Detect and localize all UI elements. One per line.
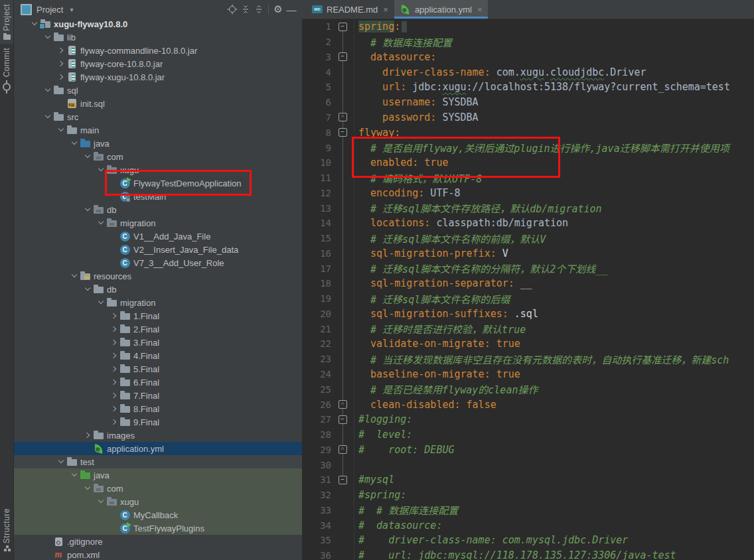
tree-item-9-final[interactable]: 9.Final [14,415,302,429]
tree-item-flyway-commandline-10-8-0-jar[interactable]: flyway-commandline-10.8.0.jar [14,44,302,57]
chevron-collapsed-icon[interactable] [109,337,119,348]
fold-end-icon[interactable]: ˄ [339,400,347,409]
chevron-expanded-icon[interactable] [82,483,93,494]
sidebar-item-project[interactable]: Project [0,0,13,44]
chevron-expanded-icon[interactable] [69,138,80,149]
sidebar-item-commit[interactable]: Commit [0,44,13,98]
tree-item-lib[interactable]: lib [14,31,302,44]
chevron-expanded-icon[interactable] [69,470,80,480]
editor-line[interactable]: 26˄ clean-disabled: false [302,397,754,412]
tab-application-yml[interactable]: application.yml× [394,0,489,19]
tree-item-com[interactable]: com [14,150,302,163]
chevron-collapsed-icon[interactable] [109,390,119,401]
tree-item-6-final[interactable]: 6.Final [14,376,302,389]
chevron-expanded-icon[interactable] [96,297,106,308]
editor-line[interactable]: 33# # 数据库连接配置 [302,503,754,518]
editor-line[interactable]: 31−#mysql [302,472,754,488]
chevron-expanded-icon[interactable] [82,284,93,295]
hide-panel-icon[interactable]: — [285,3,298,16]
editor-line[interactable]: 21 # 迁移时是否进行校验，默认true [302,321,754,336]
chevron-collapsed-icon[interactable] [109,417,119,427]
editor-line[interactable]: 17 # 迁移sql脚本文件名称的分隔符，默认2个下划线__ [302,261,754,276]
tree-item-testmain[interactable]: testMain [14,190,302,203]
tree-item-db[interactable]: db [14,203,302,216]
settings-gear-icon[interactable]: ⚙ [271,3,285,16]
editor-code-area[interactable]: 1−spring:2 # 数据库连接配置3− datasource:4 driv… [302,19,754,560]
chevron-collapsed-icon[interactable] [109,324,119,334]
tree-item--gitignore[interactable]: .gitignore [14,535,302,548]
editor-line[interactable]: 14 locations: classpath:db/migration [302,216,754,231]
chevron-collapsed-icon[interactable] [109,364,119,374]
chevron-expanded-icon[interactable] [96,218,106,228]
tree-item-application-yml[interactable]: application.yml [14,442,302,455]
tree-item-init-sql[interactable]: init.sql [14,97,302,110]
fold-collapse-icon[interactable]: − [339,476,347,484]
chevron-expanded-icon[interactable] [42,111,53,122]
editor-line[interactable]: 35# driver-class-name: com.mysql.jdbc.Dr… [302,533,754,548]
chevron-collapsed-icon[interactable] [109,377,119,387]
editor-line[interactable]: 10 enabled: true [302,155,754,171]
tree-item-src[interactable]: src [14,110,302,123]
sidebar-item-structure[interactable]: Structure [0,504,13,557]
tree-item-5-final[interactable]: 5.Final [14,362,302,376]
editor-line[interactable]: 6 username: SYSDBA [302,95,754,110]
tree-item-2-final[interactable]: 2.Final [14,322,302,336]
chevron-collapsed-icon[interactable] [56,45,66,56]
chevron-expanded-icon[interactable] [96,165,106,175]
tree-item-mycallback[interactable]: MyCallback [14,508,302,522]
tree-item-migration[interactable]: migration [14,216,302,230]
fold-collapse-icon[interactable]: − [339,128,347,137]
tree-item-xugu[interactable]: xugu [14,495,302,508]
tree-item-java[interactable]: java [14,468,302,482]
editor-line[interactable]: 32#spring: [302,488,754,503]
editor-line[interactable]: 23 # 当迁移发现数据库非空且存在没有元数据的表时，自动执行基准迁移，新建sc… [302,352,754,367]
tree-item-xugu[interactable]: xugu [14,163,302,176]
tree-item-flyway-xugu-10-8-0-jar[interactable]: flyway-xugu-10.8.0.jar [14,70,302,84]
tab-close-icon[interactable]: × [477,5,483,15]
editor-line[interactable]: 20 sql-migration-suffixes: .sql [302,307,754,322]
tab-readme-md[interactable]: README.md× [306,0,394,19]
editor-line[interactable]: 19 # 迁移sql脚本文件名称的后缀 [302,291,754,307]
expand-all-icon[interactable] [239,3,252,16]
tree-item-v1-add-java-file[interactable]: V1__Add_Java_File [14,230,302,243]
editor-line[interactable]: 12 encoding: UTF-8 [302,185,754,200]
editor-line[interactable]: 8−flyway: [302,125,754,140]
editor-line[interactable]: 22 validate-on-migrate: true [302,336,754,352]
locate-icon[interactable] [226,3,239,16]
fold-collapse-icon[interactable]: − [339,23,347,31]
chevron-expanded-icon[interactable] [42,32,53,42]
tree-item-8-final[interactable]: 8.Final [14,402,302,415]
tree-item-testflywayplugins[interactable]: TestFlywayPlugins [14,522,302,535]
tree-item-xugu-flyway10-8-0[interactable]: xugu-flyway10.8.0 [14,17,302,31]
fold-end-icon[interactable]: ˄ [339,113,347,121]
tree-item-java[interactable]: java [14,137,302,150]
tree-item-migration[interactable]: migration [14,296,302,309]
chevron-collapsed-icon[interactable] [56,72,66,82]
tree-item-1-final[interactable]: 1.Final [14,309,302,322]
chevron-expanded-icon[interactable] [82,204,93,215]
editor-line[interactable]: 30 [302,457,754,472]
fold-end-icon[interactable]: ˄ [339,445,347,454]
tree-item-flywaytestdemoapplication[interactable]: FlywayTestDemoApplication [14,176,302,190]
editor-line[interactable]: 29˄# root: DEBUG [302,442,754,457]
chevron-expanded-icon[interactable] [56,456,66,467]
editor-line[interactable]: 18 sql-migration-separator: __ [302,276,754,291]
editor-line[interactable]: 5 url: jdbc:xugu://localhost:5138/flyway… [302,80,754,95]
editor-line[interactable]: 16 sql-migration-prefix: V [302,245,754,261]
tree-item-resources[interactable]: resources [14,269,302,283]
tree-item-7-final[interactable]: 7.Final [14,389,302,402]
tree-item-com[interactable]: com [14,482,302,495]
editor-line[interactable]: 9 # 是否启用flyway,关闭后通过plugin进行操作,java迁移脚本需… [302,140,754,155]
tree-item-pom-xml[interactable]: pom.xml [14,548,302,560]
tree-item-test[interactable]: test [14,455,302,468]
editor-line[interactable]: 3− datasource: [302,50,754,65]
editor-line[interactable]: 34# datasource: [302,518,754,533]
tree-item-db[interactable]: db [14,283,302,296]
tree-item-images[interactable]: images [14,429,302,442]
chevron-expanded-icon[interactable] [42,85,53,96]
chevron-expanded-icon[interactable] [82,151,93,162]
tree-item-main[interactable]: main [14,123,302,137]
editor-line[interactable]: 7˄ password: SYSDBA [302,110,754,125]
chevron-collapsed-icon[interactable] [82,430,93,441]
tree-item-4-final[interactable]: 4.Final [14,349,302,362]
